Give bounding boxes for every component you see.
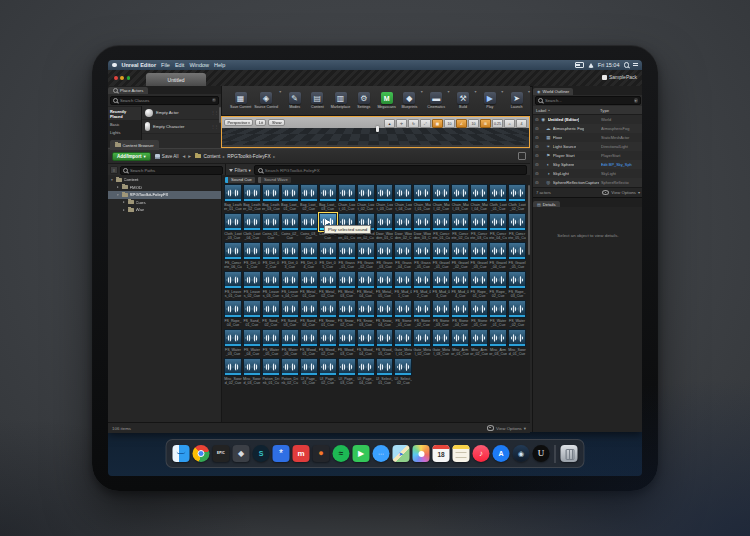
filter-chip-sound-cue[interactable]: Sound Cue (225, 177, 255, 183)
asset-tile[interactable]: FS_Grass_03_Cue (376, 242, 394, 270)
asset-tile[interactable]: FS_Metal_02_Cue (319, 271, 337, 299)
asset-tile[interactable]: FS_Water_04_Cue (243, 329, 261, 357)
visibility-eye-icon[interactable]: ⊙ (535, 144, 539, 149)
chevron-down-icon[interactable]: ▾ (448, 89, 450, 94)
outliner-row-player-start[interactable]: ⊙⚑Player StartPlayerStart (533, 151, 642, 160)
visibility-eye-icon[interactable]: ⊙ (535, 126, 539, 131)
visibility-eye-icon[interactable]: ⊙ (535, 153, 539, 158)
asset-tile[interactable]: FS_Dirt_05_Cue (319, 242, 337, 270)
grid-snap-toggle[interactable]: ▦ (432, 119, 443, 128)
asset-tile[interactable]: FS_Sand_01_Cue (243, 300, 261, 328)
content-button[interactable]: ▤Content (308, 92, 327, 109)
chevron-down-icon[interactable]: ▾ (528, 89, 530, 94)
level-viewport[interactable]: Perspective▾LitShow ▲ ✛ ↻ ⤢ ▦ 10 ∠ 10 ⊞ … (221, 116, 530, 148)
asset-tile[interactable]: FS_Mud_01_Cue (394, 271, 412, 299)
calendar-dock-icon[interactable]: 18 (433, 445, 450, 462)
asset-tile[interactable]: FS_Grass_04_Cue (394, 242, 412, 270)
category-recently-placed[interactable]: Recently Placed (108, 107, 141, 120)
asset-tile[interactable]: FS_Leaves_04_Cue (281, 271, 299, 299)
sources-toggle-icon[interactable]: ≡ (110, 166, 118, 174)
filter-chip-sound-wave[interactable]: Sound Wave (258, 177, 291, 183)
notes-dock-icon[interactable] (453, 445, 470, 462)
asset-tile[interactable]: FS_Water_06_Cue (281, 329, 299, 357)
asset-tile[interactable]: FS_Water_03_Cue (224, 329, 242, 357)
asset-tile[interactable]: Potion_Drink_02_Cue (281, 358, 299, 386)
finder-dock-icon[interactable] (173, 445, 190, 462)
apple-menu-icon[interactable] (112, 63, 117, 68)
asset-tile[interactable]: FS_Stone_02_Cue (413, 300, 431, 328)
snowflake-app-dock-icon[interactable]: * (273, 445, 290, 462)
outliner-row-spherereflectioncapture[interactable]: ⊙◎SphereReflectionCaptureSphereReflectio (533, 178, 642, 187)
tree-item-cues[interactable]: ▸Cues (108, 199, 221, 207)
menu-window[interactable]: Window (189, 62, 209, 68)
search-classes-input[interactable]: Search Classes × (110, 96, 219, 105)
asset-tile[interactable]: FS_Leaves_03_Cue (262, 271, 280, 299)
asset-tile[interactable]: FS_Leaves_02_Cue (243, 271, 261, 299)
save-all-button[interactable]: Save All (155, 154, 179, 159)
asset-tile[interactable]: FS_Grass_02_Cue (357, 242, 375, 270)
asset-tile[interactable]: FS_Stone_01_Cue (394, 300, 412, 328)
asset-tile[interactable]: FS_Wood_05_Cue (376, 329, 394, 357)
app-store-dock-icon[interactable]: A (493, 445, 510, 462)
viewport-lit-button[interactable]: Lit (255, 119, 266, 126)
asset-tile[interactable]: FS_Stone_04_Cue (451, 300, 469, 328)
outliner-search-input[interactable]: Search... ▾ (535, 96, 641, 105)
asset-tile[interactable]: Chain_Loot_01_Cue (338, 184, 356, 212)
minimize-window-button[interactable] (120, 76, 124, 80)
messages-dock-icon[interactable]: ⋯ (373, 445, 390, 462)
asset-tile[interactable]: Coins_02_Cue (281, 213, 299, 241)
trash-dock-icon[interactable] (561, 445, 578, 462)
steam-dock-icon[interactable]: ◉ (513, 445, 530, 462)
tree-expander-icon[interactable]: ▸ (122, 208, 126, 212)
column-type[interactable]: Type (600, 108, 640, 113)
asset-tile[interactable]: FS_Concrete_02_Cue (451, 213, 469, 241)
asset-tile[interactable]: FS_Gravel_03_Cue (470, 242, 488, 270)
outliner-row-atmospheric-fog[interactable]: ⊙☁Atmospheric FogAtmosphericFog (533, 124, 642, 133)
visibility-eye-icon[interactable]: ⊙ (535, 135, 539, 140)
tree-expander-icon[interactable]: ▸ (122, 200, 126, 204)
asset-tile[interactable]: UI_Page_03_Cue (338, 358, 356, 386)
asset-tile[interactable]: Chain_Mail_03_Cue (451, 184, 469, 212)
asset-tile[interactable]: Chain_Loot_04_Cue (394, 184, 412, 212)
megascans-button[interactable]: MMegascans (377, 92, 396, 109)
tab-content-browser[interactable]: Content Browser (110, 140, 159, 150)
zoom-window-button[interactable] (127, 76, 131, 80)
column-label[interactable]: Label (536, 108, 546, 113)
grid-snap-value[interactable]: 10 (444, 119, 455, 128)
asset-tile[interactable]: UI_Page_04_Cue (357, 358, 375, 386)
asset-tile[interactable]: FS_Sand_02_Cue (262, 300, 280, 328)
asset-tile[interactable]: Gate_Metal_03_Cue (432, 329, 450, 357)
asset-tile[interactable]: Coins_03_Cue (300, 213, 318, 241)
asset-tile[interactable]: Cloth_Loot_02_Cue (508, 184, 526, 212)
asset-tile[interactable]: FS_Rope_02_Cue (489, 271, 507, 299)
asset-tile[interactable]: FS_Water_05_Cue (262, 329, 280, 357)
asset-tile[interactable]: Misc_Armor_01_Cue (451, 329, 469, 357)
move-tool-button[interactable]: ✛ (396, 119, 407, 128)
asset-tile[interactable]: FS_Stone_03_Cue (432, 300, 450, 328)
placeable-empty-character[interactable]: Empty Character⋮⋮ (142, 120, 221, 134)
camera-speed-button[interactable]: ⌂ (504, 119, 515, 128)
chevron-down-icon[interactable]: ▾ (421, 89, 423, 94)
asset-tile[interactable]: UI_Select_02_Cue (394, 358, 412, 386)
asset-tile[interactable]: Coins_01_Cue (262, 213, 280, 241)
sort-icon[interactable]: ▴ (548, 108, 550, 112)
filters-button[interactable]: Filters ▾ (229, 168, 251, 173)
asset-tile[interactable]: Cloth_Loot_04_Cue (243, 213, 261, 241)
asset-tile[interactable]: FS_Rope_01_Cue (470, 271, 488, 299)
source-control-button[interactable]: ◈Source Control (255, 92, 277, 109)
tree-expander-icon[interactable]: ▾ (116, 193, 120, 197)
asset-tile[interactable]: FS_Sand_04_Cue (300, 300, 318, 328)
breadcrumb-content[interactable]: Content (203, 154, 220, 159)
asset-tile[interactable]: FS_Concrete_01_Cue (432, 213, 450, 241)
sketch-dock-icon[interactable]: S (253, 445, 270, 462)
scale-tool-button[interactable]: ⤢ (420, 119, 431, 128)
asset-tile[interactable]: FS_Wood_01_Cue (300, 329, 318, 357)
blender-dock-icon[interactable]: ● (313, 445, 330, 462)
asset-tile[interactable]: FS_Water_01_Cue (489, 300, 507, 328)
asset-tile[interactable]: Chain_Mail_01_Cue (413, 184, 431, 212)
build-button[interactable]: ⚒Build (454, 92, 473, 109)
visibility-eye-icon[interactable]: ⊙ (535, 180, 539, 185)
play-button[interactable]: ▶Play (480, 92, 499, 109)
asset-tile[interactable]: FS_Gravel_05_Cue (508, 242, 526, 270)
window-title-bar[interactable]: Untitled SamplePack (108, 70, 642, 87)
